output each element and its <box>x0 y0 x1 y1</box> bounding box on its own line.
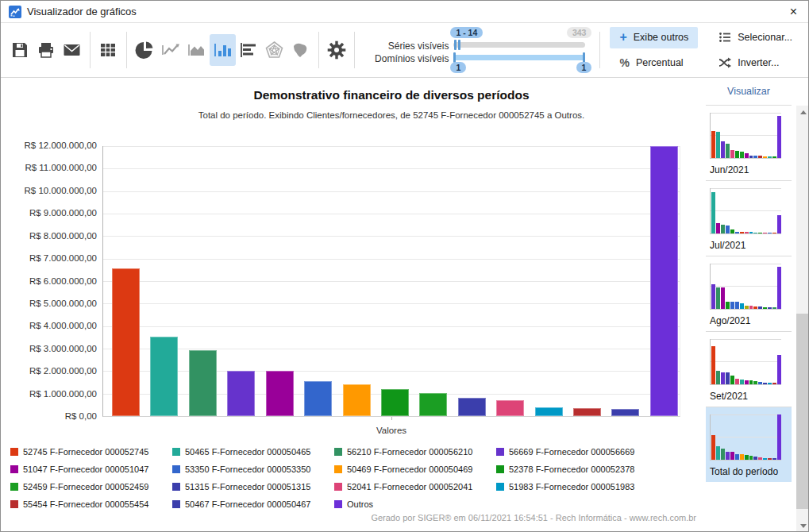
x-axis-label: Valores <box>102 426 680 435</box>
sidebar-title: Visualizar <box>701 86 796 97</box>
bar[interactable] <box>419 393 447 416</box>
thumbnail-bar <box>740 454 744 460</box>
sidebar-scrollbar[interactable] <box>796 106 809 532</box>
legend-swatch <box>10 483 18 491</box>
bar-chart-button[interactable] <box>210 34 236 66</box>
thumbnail-bar <box>763 233 767 233</box>
pie-chart-button[interactable] <box>132 34 158 66</box>
thumbnail-bar <box>749 232 753 233</box>
domains-slider[interactable] <box>453 55 585 60</box>
series-slider-label: Séries visíveis <box>363 40 449 52</box>
legend-item: 51047 F-Fornecedor 000051047 <box>10 461 172 478</box>
series-slider-max-thumb[interactable] <box>458 40 460 50</box>
hbar-chart-button[interactable] <box>236 34 262 66</box>
thumbnail-bar <box>716 371 720 384</box>
thumbnail-bar <box>753 233 757 233</box>
thumbnail-item[interactable]: Set/2021 <box>706 331 792 407</box>
slider-panel: 1 - 14 343 Séries visíveis Domínios visí… <box>363 27 591 73</box>
thumbnail-item[interactable]: Jun/2021 <box>706 105 792 180</box>
legend-item: Outros <box>334 495 496 513</box>
bar[interactable] <box>304 381 332 416</box>
inverter-label: Inverter... <box>738 57 779 68</box>
bar[interactable] <box>343 384 371 416</box>
thumbnail-bar <box>730 150 734 158</box>
legend-swatch <box>334 483 342 491</box>
thumbnail-bar <box>768 156 772 158</box>
bar[interactable] <box>496 400 524 416</box>
radar-chart-button[interactable] <box>261 34 287 66</box>
thumbnail-bar <box>745 380 749 384</box>
toolbar-separator <box>354 32 355 68</box>
thumbnail-bar <box>711 192 715 233</box>
close-button[interactable]: × <box>790 4 797 20</box>
thumbnail-bar <box>730 229 734 233</box>
scroll-down-button[interactable] <box>796 519 809 532</box>
bar[interactable] <box>227 371 255 416</box>
thumbnail-bar <box>777 355 781 384</box>
inverter-button[interactable]: Inverter... <box>709 52 802 74</box>
map-chart-button[interactable] <box>287 34 314 66</box>
y-tick-label: R$ 2.000.000,00 <box>1 366 97 376</box>
thumbnail-bar <box>730 452 734 460</box>
window-title: Visualizador de gráficos <box>27 6 137 17</box>
save-button[interactable] <box>7 34 33 66</box>
bar[interactable] <box>150 337 178 416</box>
thumbnail-bar <box>749 156 753 158</box>
thumbnail-bar <box>763 307 767 309</box>
thumbnail-bar <box>745 232 749 233</box>
bar[interactable] <box>458 398 486 416</box>
bar[interactable] <box>650 146 678 416</box>
exibe-outros-button[interactable]: + Exibe outros <box>610 27 698 48</box>
thumbnail-item[interactable]: Ago/2021 <box>706 256 792 331</box>
x-axis-tick <box>391 417 392 420</box>
legend-label: Outros <box>347 499 373 509</box>
thumbnail-bar <box>716 446 720 460</box>
sidebar: Visualizar Jun/2021Jul/2021Ago/2021Set/2… <box>701 79 809 532</box>
thumbnail-chart <box>710 339 781 385</box>
email-button[interactable] <box>59 34 85 66</box>
bar[interactable] <box>535 407 563 416</box>
thumbnail-bar <box>763 458 767 460</box>
bar[interactable] <box>266 371 294 416</box>
legend-label: 56669 F-Fornecedor 000056669 <box>509 447 634 457</box>
shuffle-icon <box>718 57 731 68</box>
bar[interactable] <box>112 268 140 416</box>
bar-chart-icon <box>212 40 233 60</box>
thumbnail-item[interactable]: Jul/2021 <box>706 180 792 256</box>
legend-item: 52459 F-Fornecedor 000052459 <box>10 478 172 495</box>
bar[interactable] <box>189 350 217 416</box>
percentual-button[interactable]: % Percentual <box>610 52 698 74</box>
selecionar-button[interactable]: Selecionar... <box>709 27 802 48</box>
thumbnail-bar <box>721 225 725 233</box>
bar[interactable] <box>573 408 601 416</box>
bar[interactable] <box>611 409 639 416</box>
thumbnail-item[interactable]: Total do período <box>706 407 792 482</box>
line-chart-button[interactable] <box>158 34 184 66</box>
legend-item: 52378 F-Fornecedor 000052378 <box>496 461 695 478</box>
thumbnail-bar <box>768 458 772 460</box>
table-button[interactable] <box>95 34 121 66</box>
settings-button[interactable] <box>324 34 350 66</box>
legend-item: 51315 F-Fornecedor 000051315 <box>172 478 334 495</box>
scrollbar-thumb[interactable] <box>796 314 809 509</box>
legend-item: 51983 F-Fornecedor 000051983 <box>496 478 695 495</box>
scroll-up-button[interactable] <box>796 106 809 119</box>
area-chart-button[interactable] <box>183 34 210 66</box>
thumbnail-bar <box>716 223 720 233</box>
thumbnail-bar <box>753 156 757 158</box>
y-tick-label: R$ 9.000.000,00 <box>1 208 97 218</box>
legend-item: 50465 F-Fornecedor 000050465 <box>172 443 334 461</box>
print-button[interactable] <box>33 34 60 66</box>
pie-chart-icon <box>135 40 154 60</box>
toolbar-separator <box>126 32 127 68</box>
bar[interactable] <box>381 389 409 416</box>
y-tick-label: R$ 4.000.000,00 <box>1 321 97 330</box>
y-tick-label: R$ 5.000.000,00 <box>1 299 97 308</box>
series-slider-min-thumb[interactable] <box>454 40 457 50</box>
legend-label: 51983 F-Fornecedor 000051983 <box>509 482 634 492</box>
series-slider[interactable] <box>453 42 585 48</box>
thumbnail-bar <box>721 372 725 384</box>
percentual-label: Percentual <box>636 57 684 68</box>
save-icon <box>11 41 29 59</box>
legend-swatch <box>172 500 180 508</box>
